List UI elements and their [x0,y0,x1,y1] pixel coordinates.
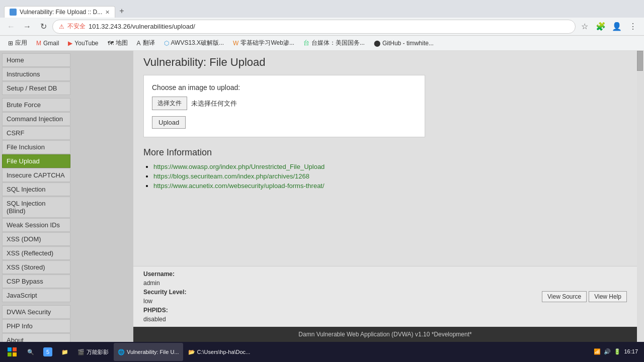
more-info-title: More Information [143,147,627,158]
new-tab-button[interactable]: + [115,5,128,18]
security-warning-text: 不安全 [67,22,86,31]
taskbar-file-manager[interactable]: 📁 [57,343,72,361]
sidebar-item-sql-injection[interactable]: SQL Injection [2,183,70,196]
search-icon: 🔍 [27,349,34,355]
file-manager-icon: 📁 [61,349,68,355]
bookmark-awvs[interactable]: ⬡ AWVS13.X破解版... [160,38,228,48]
bookmark-button[interactable]: ☆ [578,20,592,34]
sidebar-item-brute-force[interactable]: Brute Force [2,98,70,112]
bookmark-gmail-label: Gmail [43,40,59,47]
taskbar-time[interactable]: 16:17 [624,348,638,355]
file-input-row: 选择文件 未选择任何文件 [152,97,417,110]
media-icon: 台 [303,39,309,47]
sidebar-item-instructions[interactable]: Instructions [2,67,70,81]
phpids-info: PHPIDS: disabled [143,306,186,324]
taskbar-apps[interactable]: 5 [39,343,56,361]
profile-button[interactable]: 👤 [610,20,624,34]
scrollbar-thumb[interactable] [637,51,643,71]
security-value: low [143,297,186,306]
sidebar-item-csp-bypass[interactable]: CSP Bypass [2,275,70,288]
bookmark-apps[interactable]: ⊞ 应用 [4,38,31,48]
battery-icon: 🔋 [614,348,621,355]
username-info: Username: admin [143,269,186,288]
no-file-text: 未选择任何文件 [191,99,237,108]
video-icon: 🎬 [77,349,85,355]
sidebar-item-xss-reflected[interactable]: XSS (Reflected) [2,246,70,260]
explorer-icon: 📂 [188,349,195,355]
tab-favicon [10,9,17,16]
security-label: Security Level: [143,289,186,296]
view-help-button[interactable]: View Help [589,291,627,302]
sidebar-item-home[interactable]: Home [2,53,70,67]
sidebar-item-sql-injection-blind[interactable]: SQL Injection (Blind) [2,197,70,218]
taskbar-video-player[interactable]: 🎬 万能影影 [73,343,113,361]
sidebar-item-setup[interactable]: Setup / Reset DB [2,81,70,95]
sidebar-item-weak-session-ids[interactable]: Weak Session IDs [2,218,70,232]
sidebar-item-javascript[interactable]: JavaScript [2,289,70,302]
sidebar-item-xss-dom[interactable]: XSS (DOM) [2,232,70,246]
taskbar-explorer[interactable]: 📂 C:\Users\hp-ha\Doc... [184,343,255,361]
taskbar-browser[interactable]: 🌐 Vulnerability: File U... [114,343,183,361]
bookmark-translate[interactable]: A 翻译 [133,38,159,48]
choose-file-button[interactable]: 选择文件 [152,97,187,110]
username-label: Username: [143,270,175,278]
back-button[interactable]: ← [4,20,18,34]
taskbar-search[interactable]: 🔍 [23,343,38,361]
more-info-link-3[interactable]: https://www.acunetix.com/websecurity/upl… [153,182,325,190]
bookmark-web[interactable]: W 零基础学习Web渗... [229,38,298,48]
more-info-link-2[interactable]: https://blogs.securiteam.com/index.php/a… [153,172,309,180]
sidebar-item-php-info[interactable]: PHP Info [2,319,70,333]
sidebar-item-command-injection[interactable]: Command Injection [2,112,70,126]
address-bar[interactable]: ⚠ 不安全 101.32.243.26/vulnerabilities/uplo… [52,20,576,34]
menu-button[interactable]: ⋮ [626,20,640,34]
sidebar-item-dvwa-security[interactable]: DVWA Security [2,305,70,319]
bookmark-github[interactable]: ⬤ GitHub - timwhite... [370,39,438,48]
gmail-icon: M [36,40,41,47]
forward-button[interactable]: → [20,20,34,34]
sidebar-item-file-inclusion[interactable]: File Inclusion [2,140,70,154]
tab-close-button[interactable]: ✕ [105,9,110,16]
sidebar-item-xss-stored[interactable]: XSS (Stored) [2,260,70,274]
upload-label: Choose an image to upload: [152,83,417,92]
sidebar-item-insecure-captcha[interactable]: Insecure CAPTCHA [2,168,70,182]
address-text: 101.32.243.26/vulnerabilities/upload/ [89,23,195,30]
apps-icon: ⊞ [8,40,13,47]
browser-icon: 🌐 [118,349,125,355]
content-area: Vulnerability: File Upload Choose an ima… [133,51,637,342]
upload-button[interactable]: Upload [152,116,186,129]
bookmark-gmail[interactable]: M Gmail [32,39,63,48]
sidebar-top-section: Home Instructions Setup / Reset DB [2,53,133,95]
svg-rect-1 [13,347,17,351]
right-scrollbar[interactable] [637,51,644,342]
bookmark-media[interactable]: 台 台媒体：美国国务... [299,38,369,48]
view-source-button[interactable]: View Source [542,291,587,302]
start-button[interactable] [2,343,22,361]
bookmark-youtube-label: YouTube [74,40,98,47]
github-icon: ⬤ [374,40,380,47]
extension-button[interactable]: 🧩 [594,20,608,34]
username-value: admin [143,279,186,288]
sidebar: Home Instructions Setup / Reset DB Brute… [0,51,133,342]
refresh-button[interactable]: ↻ [36,20,50,34]
taskbar: 🔍 5 📁 🎬 万能影影 🌐 Vulnerability: File U... … [0,342,644,362]
taskbar-right: 📶 🔊 🔋 16:17 [594,348,642,355]
taskbar-video-label: 万能影影 [87,348,109,356]
browser-tab[interactable]: Vulnerability: File Upload :: D... ✕ [4,6,115,18]
list-item: https://www.acunetix.com/websecurity/upl… [153,182,627,190]
dvwa-footer: Damn Vulnerable Web Application (DVWA) v… [133,327,637,342]
maps-icon: 🗺 [108,40,114,47]
upload-box: Choose an image to upload: 选择文件 未选择任何文件 … [143,75,425,137]
sidebar-item-file-upload[interactable]: File Upload [2,154,70,168]
sidebar-item-csrf[interactable]: CSRF [2,126,70,140]
more-info-link-1[interactable]: https://www.owasp.org/index.php/Unrestri… [153,163,325,170]
bookmark-maps[interactable]: 🗺 地图 [104,38,132,48]
page-title: Vulnerability: File Upload [143,56,627,69]
bookmark-youtube[interactable]: ▶ YouTube [64,39,102,48]
svg-rect-0 [8,347,12,351]
sidebar-item-about[interactable]: About [2,333,70,342]
network-icon: 📶 [594,348,601,355]
more-info-list: https://www.owasp.org/index.php/Unrestri… [143,163,627,190]
sidebar-vulnerability-section: Brute Force Command Injection CSRF File … [2,98,133,302]
taskbar-explorer-label: C:\Users\hp-ha\Doc... [197,349,251,355]
clock-time: 16:17 [624,348,638,355]
